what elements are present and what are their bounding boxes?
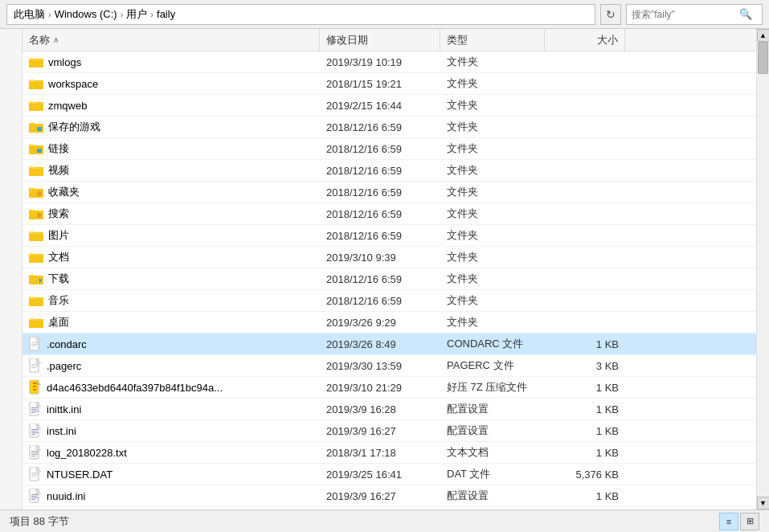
breadcrumb-item-3[interactable]: faily — [157, 8, 175, 20]
file-name-text: d4ac4633ebd6440fa397b84f1bc94a... — [47, 382, 223, 394]
scroll-thumb[interactable] — [758, 42, 768, 74]
folder-icon — [29, 164, 43, 177]
file-name-text: nuuid.ini — [47, 490, 85, 502]
table-row[interactable]: 下载 2018/12/16 6:59 文件夹 — [22, 268, 756, 290]
table-row[interactable]: 音乐 2018/12/16 6:59 文件夹 — [22, 290, 756, 312]
file-icon — [29, 380, 42, 395]
table-row[interactable]: inittk.ini 2019/3/9 16:28 配置设置 1 KB — [22, 399, 756, 420]
table-row[interactable]: .pagerc 2019/3/30 13:59 PAGERC 文件 3 KB — [22, 355, 756, 377]
file-name-text: 视频 — [48, 163, 69, 178]
scroll-up-button[interactable]: ▲ — [757, 29, 770, 42]
cell-size — [545, 290, 625, 311]
file-icon — [29, 424, 42, 438]
table-row[interactable]: 视频 2018/12/16 6:59 文件夹 — [22, 160, 756, 182]
file-name-text: 保存的游戏 — [48, 120, 100, 134]
table-row[interactable]: .condarc 2019/3/26 8:49 CONDARC 文件 1 KB — [22, 334, 756, 355]
table-row[interactable]: 文档 2019/3/10 9:39 文件夹 — [22, 247, 756, 268]
breadcrumb-item-0[interactable]: 此电脑 — [14, 7, 45, 22]
col-size-label: 大小 — [597, 33, 618, 47]
search-icon[interactable]: 🔍 — [739, 8, 752, 20]
cell-name: 桌面 — [22, 312, 320, 333]
cell-size: 1 KB — [545, 442, 625, 463]
table-row[interactable]: inst.ini 2019/3/9 16:27 配置设置 1 KB — [22, 420, 756, 442]
view-details-button[interactable]: ≡ — [719, 513, 738, 530]
cell-size — [545, 117, 625, 137]
view-buttons: ≡ ⊞ — [719, 513, 759, 530]
svg-rect-15 — [37, 127, 42, 131]
svg-rect-55 — [31, 344, 39, 345]
svg-rect-71 — [31, 411, 39, 411]
breadcrumb-sep-0: › — [48, 10, 51, 19]
svg-rect-46 — [29, 298, 43, 305]
cell-name: 收藏夹 — [22, 182, 320, 203]
table-row[interactable]: d4ac4633ebd6440fa397b84f1bc94a... 2019/3… — [22, 377, 756, 399]
folder-icon — [29, 251, 43, 264]
col-header-size[interactable]: 大小 — [545, 29, 625, 51]
table-row[interactable]: NTUSER.DAT 2019/3/25 16:41 DAT 文件 5,376 … — [22, 464, 756, 485]
svg-rect-2 — [29, 59, 43, 67]
svg-rect-19 — [37, 149, 42, 153]
svg-rect-72 — [31, 412, 35, 413]
search-input[interactable] — [632, 9, 736, 20]
cell-type: 文本文档 — [440, 442, 545, 463]
file-list-container: 名称 ∧ 修改日期 类型 大小 vmlogs 2019/3/19 10:19 文… — [22, 29, 756, 509]
breadcrumb-item-1[interactable]: Windows (C:) — [55, 8, 117, 20]
breadcrumb-sep-2: › — [150, 10, 153, 19]
cell-name: 搜索 — [22, 203, 320, 224]
table-row[interactable]: 图片 2018/12/16 6:59 文件夹 — [22, 225, 756, 247]
cell-date: 2018/12/16 6:59 — [320, 290, 440, 311]
scroll-track[interactable] — [757, 42, 769, 497]
col-header-type[interactable]: 类型 — [440, 29, 545, 51]
svg-rect-39 — [30, 255, 43, 256]
table-row[interactable]: log_20180228.txt 2018/3/1 17:18 文本文档 1 K… — [22, 442, 756, 464]
cell-type: 文件夹 — [440, 225, 545, 246]
cell-date: 2018/12/16 6:59 — [320, 160, 440, 181]
svg-point-31 — [37, 213, 42, 218]
file-icon — [29, 358, 42, 373]
svg-rect-47 — [30, 298, 43, 299]
status-bar: 项目 88 字节 ≡ ⊞ — [0, 509, 769, 532]
cell-date: 2018/12/16 6:59 — [320, 117, 440, 137]
col-header-date[interactable]: 修改日期 — [320, 29, 440, 51]
col-header-name[interactable]: 名称 ∧ — [22, 29, 320, 51]
cell-name: log_20180228.txt — [22, 442, 320, 463]
table-row[interactable]: 搜索 2018/12/16 6:59 文件夹 — [22, 203, 756, 225]
svg-rect-69 — [31, 407, 39, 408]
svg-rect-82 — [31, 452, 39, 453]
svg-rect-7 — [30, 81, 43, 82]
cell-date: 2019/3/9 16:28 — [320, 399, 440, 419]
svg-rect-93 — [31, 496, 37, 497]
right-scrollbar[interactable]: ▲ ▼ — [756, 29, 769, 509]
cell-name: 文档 — [22, 247, 320, 268]
table-row[interactable]: 链接 2018/12/16 6:59 文件夹 — [22, 138, 756, 160]
folder-icon — [29, 186, 43, 198]
folder-icon — [29, 142, 43, 155]
table-row[interactable]: workspace 2018/1/15 19:21 文件夹 — [22, 73, 756, 95]
svg-rect-34 — [29, 233, 43, 240]
table-row[interactable]: zmqweb 2019/2/15 16:44 文件夹 — [22, 95, 756, 117]
cell-name: vmlogs — [22, 51, 320, 72]
svg-rect-87 — [31, 473, 39, 473]
file-name-text: 图片 — [48, 228, 69, 243]
table-row[interactable]: 桌面 2019/3/26 9:29 文件夹 — [22, 312, 756, 334]
svg-point-27 — [37, 191, 42, 196]
folder-icon — [29, 207, 43, 220]
cell-type: 文件夹 — [440, 160, 545, 181]
file-name-text: zmqweb — [48, 100, 87, 112]
cell-name: workspace — [22, 73, 320, 94]
view-icons-button[interactable]: ⊞ — [740, 513, 759, 530]
table-row[interactable]: 收藏夹 2018/12/16 6:59 文件夹 — [22, 182, 756, 203]
table-row[interactable]: vmlogs 2019/3/19 10:19 文件夹 — [22, 51, 756, 73]
breadcrumb-item-2[interactable]: 用户 — [126, 7, 147, 22]
col-name-label: 名称 — [29, 33, 50, 47]
file-icon — [29, 467, 42, 481]
refresh-button[interactable]: ↻ — [600, 4, 621, 25]
svg-rect-10 — [29, 103, 43, 110]
svg-rect-22 — [29, 168, 43, 175]
scroll-down-button[interactable]: ▼ — [757, 497, 770, 509]
table-row[interactable]: 保存的游戏 2018/12/16 6:59 文件夹 — [22, 117, 756, 138]
cell-size — [545, 312, 625, 333]
folder-icon — [29, 316, 43, 329]
svg-rect-11 — [30, 103, 43, 104]
table-row[interactable]: nuuid.ini 2019/3/9 16:27 配置设置 1 KB — [22, 485, 756, 507]
